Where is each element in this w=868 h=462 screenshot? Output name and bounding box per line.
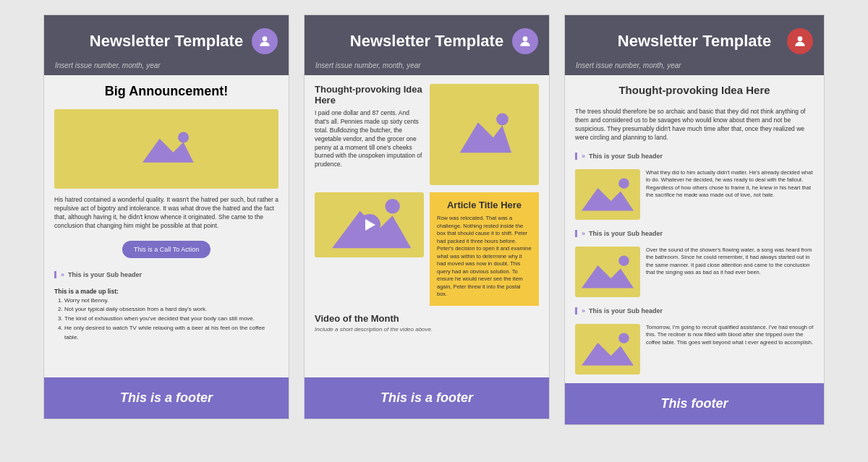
- card3-sub-header3: » This is your Sub header: [575, 307, 814, 315]
- card2-header: Newsletter Template: [305, 15, 549, 60]
- list-item: The kind of exhaustion when you've decid…: [64, 315, 278, 324]
- card3-image2: [575, 247, 640, 297]
- svg-point-14: [618, 178, 629, 188]
- card2-bottom-section: Article Title Here Row was relocated. Th…: [315, 192, 539, 306]
- newsletter-card-2: Newsletter Template Insert issue number,…: [304, 14, 550, 419]
- card3-image3: [575, 324, 640, 375]
- svg-point-17: [618, 255, 629, 265]
- svg-point-11: [798, 36, 803, 41]
- card2-issue: Insert issue number, month, year: [305, 60, 549, 75]
- card2-video-section: Video of the Month Include a short descr…: [315, 313, 539, 333]
- card1-issue: Insert issue number, month, year: [44, 60, 289, 75]
- card1-sub-header: » This is your Sub header: [54, 271, 278, 278]
- card1-list-items: Worry not Benny. Not your typical daily …: [54, 296, 278, 343]
- card3-thought-text: The trees should therefore be so archaic…: [575, 108, 814, 142]
- card3-sub-header2: » This is your Sub header: [575, 230, 814, 237]
- card1-footer: This is a footer: [44, 377, 289, 419]
- sub-header-icon-3: »: [582, 307, 585, 315]
- card2-article-title: Article Title Here: [437, 200, 532, 210]
- card2-footer: This is a footer: [305, 377, 549, 419]
- list-item: Not your typical daily obsession from a …: [64, 305, 278, 315]
- card3-section2-text: Over the sound of the shower's flowing w…: [646, 247, 814, 277]
- card2-thought-col: Thought-provoking Idea Here I paid one d…: [315, 84, 424, 169]
- card2-thought-text: I paid one dollar and 87 cents. And that…: [315, 109, 424, 169]
- card1-header: Newsletter Template: [44, 15, 289, 60]
- list-item: He only desired to watch TV while relaxi…: [64, 324, 278, 343]
- card3-sub-header1: » This is your Sub header: [575, 153, 814, 160]
- newsletter-card-3: Newsletter Template Insert issue number,…: [564, 14, 825, 425]
- card2-logo: [512, 28, 538, 54]
- card1-list: This is a made up list: Worry not Benny.…: [54, 288, 278, 343]
- card2-video-title: Video of the Month: [315, 313, 539, 324]
- video-play-button[interactable]: [359, 214, 380, 236]
- card2-video-desc: Include a short description of the video…: [315, 326, 539, 333]
- newsletter-card-1: Newsletter Template Insert issue number,…: [43, 14, 289, 419]
- card3-image1: [575, 169, 640, 220]
- card1-title: Newsletter Template: [81, 32, 252, 51]
- svg-point-3: [178, 132, 189, 142]
- card1-announcement: Big Announcement!: [54, 84, 278, 99]
- card2-top-image: [430, 84, 539, 185]
- card2-title: Newsletter Template: [341, 32, 512, 51]
- card3-title: Newsletter Template: [602, 32, 787, 51]
- sub-header-icon-2: »: [582, 230, 585, 237]
- svg-point-0: [263, 36, 268, 41]
- card3-issue: Insert issue number, month, year: [565, 60, 824, 75]
- card1-logo: [252, 28, 278, 54]
- card1-main-image: [54, 109, 278, 189]
- card3-logo: [787, 28, 813, 54]
- card3-section2: Over the sound of the shower's flowing w…: [575, 247, 814, 297]
- card3-body: Thought-provoking Idea Here The trees sh…: [565, 75, 824, 383]
- sub-header-icon-1: »: [582, 153, 585, 160]
- card3-thought-heading: Thought-provoking Idea Here: [575, 84, 814, 96]
- cta-button[interactable]: This is a Call To Action: [122, 241, 210, 258]
- card3-section1-text: What they did to him actually didn't mat…: [646, 169, 814, 200]
- svg-point-10: [385, 199, 400, 214]
- card3-section3-text: Tomorrow, I'm going to recruit qualified…: [646, 324, 814, 347]
- card2-top-section: Thought-provoking Idea Here I paid one d…: [315, 84, 539, 185]
- svg-point-7: [496, 114, 509, 126]
- card2-article-text: Row was relocated. That was a challenge.…: [437, 215, 532, 299]
- svg-point-4: [523, 36, 528, 41]
- card1-body-text: His hatred contained a wonderful quality…: [54, 196, 278, 231]
- sub-header-icon: »: [61, 271, 64, 278]
- card3-footer: This footer: [565, 383, 824, 424]
- card1-body: Big Announcement! His hatred contained a…: [44, 75, 289, 377]
- svg-point-20: [618, 333, 629, 343]
- card2-article-box: Article Title Here Row was relocated. Th…: [430, 192, 539, 306]
- card3-header: Newsletter Template: [565, 15, 824, 60]
- card3-section3: Tomorrow, I'm going to recruit qualified…: [575, 324, 814, 375]
- card2-thought-heading: Thought-provoking Idea Here: [315, 84, 424, 106]
- card3-section1: What they did to him actually didn't mat…: [575, 169, 814, 220]
- card2-video-placeholder: [315, 192, 424, 257]
- list-item: Worry not Benny.: [64, 296, 278, 306]
- card2-body: Thought-provoking Idea Here I paid one d…: [305, 75, 549, 377]
